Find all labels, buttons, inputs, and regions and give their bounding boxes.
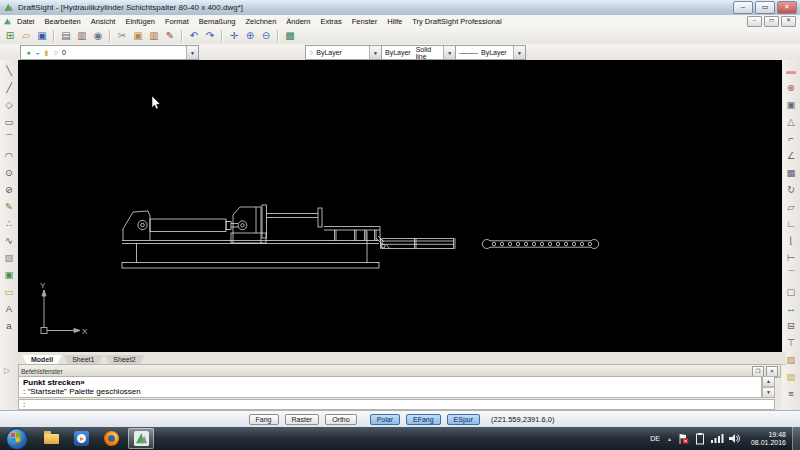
mdi-close-icon[interactable]: ✕ bbox=[781, 16, 796, 27]
polar-toggle[interactable]: Polar bbox=[370, 414, 400, 425]
menu-item-einfuegen[interactable]: Einfügen bbox=[120, 17, 160, 26]
rotate-icon[interactable]: ↻ bbox=[783, 182, 799, 199]
erase-icon[interactable]: ▬ bbox=[783, 63, 799, 80]
cut-icon[interactable]: ✂ bbox=[114, 29, 130, 43]
stretch-icon[interactable]: ↔ bbox=[783, 301, 799, 318]
arc-3-point-icon[interactable]: ◠ bbox=[1, 148, 17, 165]
linestyle-combo-arrow-icon[interactable]: ▼ bbox=[443, 46, 455, 59]
attach-drawing-icon[interactable]: ▣ bbox=[1, 267, 17, 284]
menu-item-hilfe[interactable]: Hilfe bbox=[382, 17, 407, 26]
taskbar-firefox-button[interactable] bbox=[98, 428, 124, 449]
spline-icon[interactable]: ✎ bbox=[1, 199, 17, 216]
construction-line-icon[interactable]: ╱ bbox=[1, 80, 17, 97]
menu-item-datei[interactable]: Datei bbox=[12, 17, 40, 26]
freehand-icon[interactable]: ∿ bbox=[1, 233, 17, 250]
device-icon[interactable] bbox=[695, 433, 705, 445]
network-icon[interactable] bbox=[711, 433, 724, 444]
menu-item-fenster[interactable]: Fenster bbox=[347, 17, 382, 26]
copy-icon[interactable]: ▣ bbox=[130, 29, 146, 43]
zoom-out-icon[interactable]: ⊖ bbox=[258, 29, 274, 43]
hidden-icons-icon[interactable]: ▴ bbox=[668, 435, 671, 442]
pattern-icon[interactable]: ▦ bbox=[783, 165, 799, 182]
layer-on-icon[interactable]: ● bbox=[24, 47, 33, 58]
grid-toggle[interactable]: Raster bbox=[285, 414, 320, 425]
linestyle-combo[interactable]: ByLayer Solid line ▼ bbox=[381, 45, 456, 60]
edit-polyline-icon[interactable]: ▢ bbox=[783, 284, 799, 301]
mdi-minimize-icon[interactable]: – bbox=[747, 16, 762, 27]
minimize-icon[interactable]: – bbox=[733, 1, 753, 14]
layer-color-icon[interactable]: ○ bbox=[51, 47, 60, 58]
menu-item-zeichnen[interactable]: Zeichnen bbox=[240, 17, 281, 26]
menu-item-extras[interactable]: Extras bbox=[316, 17, 347, 26]
new-file-icon[interactable]: ⊞ bbox=[2, 29, 18, 43]
polygon-icon[interactable]: ◇ bbox=[1, 97, 17, 114]
paste-icon[interactable]: ▥ bbox=[146, 29, 162, 43]
ortho-toggle[interactable]: Ortho bbox=[325, 414, 357, 425]
line-icon[interactable]: ╲ bbox=[1, 63, 17, 80]
pan-icon[interactable]: ✛ bbox=[226, 29, 242, 43]
menu-item-try-professional[interactable]: Try DraftSight Professional bbox=[407, 17, 506, 26]
layer-combo[interactable]: ●◒▮○ 0 ▼ bbox=[20, 45, 199, 60]
scroll-down-icon[interactable]: ▼ bbox=[763, 387, 774, 397]
extend-icon[interactable]: ⊢ bbox=[783, 250, 799, 267]
scale-icon[interactable]: ▱ bbox=[783, 199, 799, 216]
chamfer-edge-icon[interactable]: ∠ bbox=[783, 148, 799, 165]
volume-icon[interactable] bbox=[729, 433, 741, 444]
taskbar-explorer-button[interactable] bbox=[38, 428, 64, 449]
fillet-icon[interactable]: ⌒ bbox=[783, 267, 799, 284]
rectangle-icon[interactable]: ▭ bbox=[1, 114, 17, 131]
layer-manager-icon[interactable] bbox=[2, 45, 18, 59]
power-trim-icon[interactable]: ⌊ bbox=[783, 233, 799, 250]
mirror-icon[interactable]: △ bbox=[783, 114, 799, 131]
split-icon[interactable]: ⊟ bbox=[783, 318, 799, 335]
arc-icon[interactable]: ⌒ bbox=[1, 131, 17, 148]
command-history[interactable]: Punkt strecken» : "Startseite" Palette g… bbox=[18, 376, 762, 398]
menu-item-aendern[interactable]: Ändern bbox=[281, 17, 315, 26]
etrack-toggle[interactable]: ESpur bbox=[447, 414, 480, 425]
offset-icon[interactable]: ⌐ bbox=[783, 131, 799, 148]
print-icon[interactable]: ▤ bbox=[58, 29, 74, 43]
restore-icon[interactable]: ▭ bbox=[755, 1, 775, 14]
command-float-icon[interactable]: ❐ bbox=[752, 366, 764, 377]
print-settings-icon[interactable]: ▥ bbox=[74, 29, 90, 43]
scroll-up-icon[interactable]: ▲ bbox=[763, 377, 774, 387]
esnap-toggle[interactable]: EFang bbox=[406, 414, 441, 425]
action-center-icon[interactable] bbox=[678, 433, 689, 445]
tab-sheet1[interactable]: Sheet1 bbox=[63, 355, 103, 364]
trim-icon[interactable]: ∟ bbox=[783, 216, 799, 233]
circle-icon[interactable]: ⊙ bbox=[1, 165, 17, 182]
format-brush-icon[interactable]: ✎ bbox=[162, 29, 178, 43]
region-icon[interactable]: ▭ bbox=[1, 284, 17, 301]
layer-unlock-icon[interactable]: ▮ bbox=[42, 47, 51, 58]
menu-item-bearbeiten[interactable]: Bearbeiten bbox=[40, 17, 86, 26]
layers-panel-icon[interactable]: ▤ bbox=[783, 369, 799, 386]
note-icon[interactable]: A bbox=[1, 301, 17, 318]
open-folder-icon[interactable]: ▱ bbox=[18, 29, 34, 43]
taskbar-draftsight-button[interactable] bbox=[128, 428, 154, 449]
tab-modell[interactable]: Modell bbox=[22, 355, 62, 364]
drawing-canvas[interactable]: Y X bbox=[18, 60, 782, 352]
copy-entities-icon[interactable]: ▣ bbox=[783, 97, 799, 114]
mdi-restore-icon[interactable]: ▭ bbox=[764, 16, 779, 27]
command-input[interactable]: : bbox=[18, 399, 775, 410]
weld-icon[interactable]: ⊤ bbox=[783, 335, 799, 352]
lineweight-combo-arrow-icon[interactable]: ▼ bbox=[513, 46, 525, 59]
start-button[interactable] bbox=[6, 428, 28, 450]
color-combo[interactable]: ○ ByLayer ▼ bbox=[305, 45, 382, 60]
ellipse-icon[interactable]: ⊘ bbox=[1, 182, 17, 199]
undo-icon[interactable]: ↶ bbox=[186, 29, 202, 43]
clock[interactable]: 19:48 08.01.2016 bbox=[751, 431, 786, 447]
print-preview-icon[interactable]: ◉ bbox=[90, 29, 106, 43]
language-indicator[interactable]: DE bbox=[650, 435, 660, 442]
menu-item-format[interactable]: Format bbox=[160, 17, 194, 26]
menu-item-bemassung[interactable]: Bemaßung bbox=[194, 17, 241, 26]
color-combo-arrow-icon[interactable]: ▼ bbox=[369, 46, 381, 59]
layer-thaw-icon[interactable]: ◒ bbox=[33, 47, 42, 58]
layer-combo-arrow-icon[interactable]: ▼ bbox=[186, 46, 198, 59]
taskbar-mediaplayer-button[interactable] bbox=[68, 428, 94, 449]
command-close-icon[interactable]: ✕ bbox=[766, 366, 778, 377]
options-palette-icon[interactable]: ▩ bbox=[282, 29, 298, 43]
redo-icon[interactable]: ↷ bbox=[202, 29, 218, 43]
tab-sheet2[interactable]: Sheet2 bbox=[104, 355, 144, 364]
save-icon[interactable]: ▣ bbox=[34, 29, 50, 43]
